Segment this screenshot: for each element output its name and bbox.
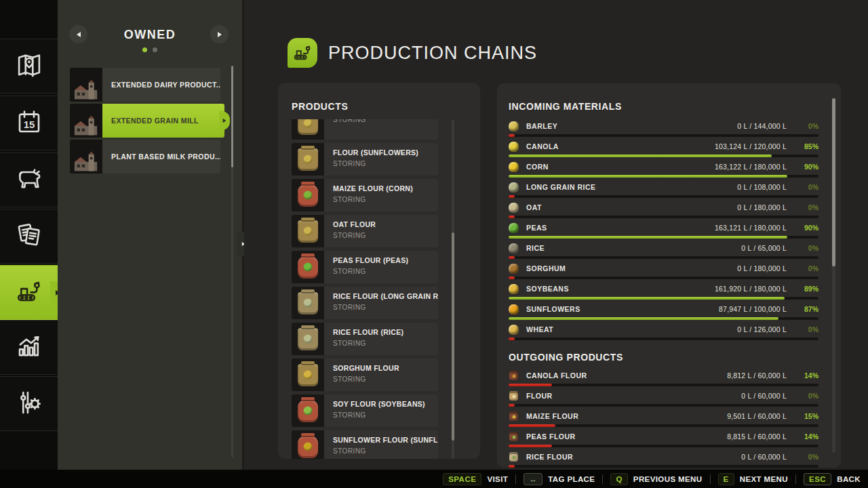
owned-facility-item[interactable]: PLANT BASED MILK PRODU... <box>70 140 220 174</box>
materials-panel-inner: INCOMING MATERIALS BARLEY 0 L / 144,000 … <box>509 83 818 469</box>
product-text: MAIZE FLOUR (CORN) STORING <box>324 179 438 211</box>
material-percent: 0% <box>796 264 818 272</box>
material-percent: 0% <box>796 203 818 211</box>
material-name: PEAS FLOUR <box>526 432 727 441</box>
product-status: STORING <box>333 119 438 123</box>
incoming-material-row: PEAS 163,121 L / 180,000 L 90% <box>509 220 818 240</box>
product-item[interactable]: FLOUR (SUNFLOWERS) STORING <box>292 143 438 176</box>
material-amount: 0 L / 60,000 L <box>741 453 787 461</box>
animals-icon <box>15 165 43 196</box>
product-title: MAIZE FLOUR (CORN) <box>333 184 438 192</box>
product-item[interactable]: OAT FLOUR STORING <box>292 215 438 247</box>
bottom-bar: SPACE VISIT↔ TAG PLACEQ PREVIOUS MENUE N… <box>0 470 868 488</box>
fill-level-bar <box>509 338 818 340</box>
material-name: MAIZE FLOUR <box>526 412 727 420</box>
owned-next-button[interactable] <box>210 25 229 43</box>
sidebar-item-map[interactable] <box>0 39 58 94</box>
sidebar-item-animals[interactable] <box>0 152 58 207</box>
incoming-materials-list: BARLEY 0 L / 144,000 L 0% CANOLA 103,124… <box>509 118 818 342</box>
incoming-material-row: RICE 0 L / 65,000 L 0% <box>509 240 818 260</box>
key-hint-next-menu[interactable]: E NEXT MENU <box>718 473 789 485</box>
incoming-material-row: SORGHUM 0 L / 180,000 L 0% <box>509 260 818 281</box>
product-status: STORING <box>333 375 438 383</box>
product-status: STORING <box>333 196 438 203</box>
owned-scrollbar[interactable] <box>231 66 233 458</box>
product-text: SUNFLOWER FLOUR (SUNFL... STORING <box>324 430 438 459</box>
sorghum-icon <box>509 264 519 274</box>
materials-scrollbar-thumb[interactable] <box>832 98 835 266</box>
facility-label: EXTENDED GRAIN MILL <box>102 104 224 138</box>
material-percent: 0% <box>796 244 818 252</box>
product-text: SOY FLOUR (SOYBEANS) STORING <box>324 394 438 427</box>
incoming-material-row: SUNFLOWERS 87,947 L / 100,000 L 87% <box>509 301 818 321</box>
material-name: SORGHUM <box>526 264 737 272</box>
key-hint-previous-menu[interactable]: Q PREVIOUS MENU <box>610 473 702 485</box>
products-scrollbar-thumb[interactable] <box>452 232 454 441</box>
flour-sack-icon <box>292 179 324 211</box>
hint-separator <box>515 474 516 484</box>
hint-separator <box>795 474 796 484</box>
material-amount: 0 L / 144,000 L <box>737 122 787 130</box>
sidebar: 15 <box>0 0 58 470</box>
sidebar-item-calendar[interactable]: 15 <box>0 96 58 150</box>
page-dot-2 <box>153 47 157 52</box>
chevron-right-icon <box>217 31 222 38</box>
product-item[interactable]: RICE FLOUR (LONG GRAIN R... STORING <box>292 287 438 319</box>
material-percent: 85% <box>796 142 818 150</box>
keycap: Q <box>610 473 627 485</box>
outgoing-product-row: MAIZE FLOUR 9,501 L / 60,000 L 15% <box>509 408 818 428</box>
contracts-icon <box>15 221 43 252</box>
key-hint-visit[interactable]: SPACE VISIT <box>443 473 508 485</box>
fill-level-bar <box>509 445 818 447</box>
fill-level-bar <box>509 317 818 320</box>
material-name: OAT <box>526 203 737 211</box>
outgoing-products-title: OUTGOING PRODUCTS <box>509 352 818 363</box>
keycap: E <box>718 473 734 485</box>
product-item[interactable]: STORING <box>292 119 438 140</box>
product-item[interactable]: PEAS FLOUR (PEAS) STORING <box>292 251 438 283</box>
page-title: PRODUCTION CHAINS <box>328 43 537 64</box>
fill-level-bar <box>509 424 818 427</box>
material-amount: 0 L / 126,000 L <box>737 325 787 333</box>
products-scrollbar[interactable] <box>452 119 454 459</box>
material-amount: 0 L / 180,000 L <box>737 203 787 211</box>
corn-icon <box>509 162 519 172</box>
owned-facility-item[interactable]: EXTENDED DAIRY PRODUCT... <box>70 68 220 102</box>
sunflowers-icon <box>509 304 519 314</box>
fill-level-bar <box>509 277 818 279</box>
product-item[interactable]: SORGHUM FLOUR STORING <box>292 359 438 391</box>
canola-icon <box>509 142 519 152</box>
production-icon <box>15 277 43 308</box>
incoming-material-row: LONG GRAIN RICE 0 L / 108,000 L 0% <box>509 179 818 199</box>
products-list: STORING FLOUR (SUNFLOWERS) STORING MAIZE… <box>292 119 438 459</box>
owned-facility-item[interactable]: EXTENDED GRAIN MILL <box>70 104 224 138</box>
flour-bag-icon <box>292 323 324 355</box>
sidebar-item-contracts[interactable] <box>0 209 58 264</box>
fill-level-bar <box>509 155 818 157</box>
materials-scrollbar[interactable] <box>832 98 835 453</box>
owned-scrollbar-thumb[interactable] <box>231 66 233 167</box>
key-hint-back[interactable]: ESC BACK <box>804 473 861 485</box>
product-item[interactable]: SOY FLOUR (SOYBEANS) STORING <box>292 394 438 427</box>
material-percent: 0% <box>796 453 818 461</box>
material-amount: 8,812 L / 60,000 L <box>727 371 787 380</box>
product-status: STORING <box>333 340 438 347</box>
key-hint-tag-place[interactable]: ↔ TAG PLACE <box>524 473 595 485</box>
material-percent: 0% <box>796 325 818 333</box>
product-item[interactable]: SUNFLOWER FLOUR (SUNFL... STORING <box>292 430 438 459</box>
fill-level-bar <box>509 404 818 407</box>
product-item[interactable]: MAIZE FLOUR (CORN) STORING <box>292 179 438 211</box>
outgoing-product-row: RICE FLOUR 0 L / 60,000 L 0% <box>509 449 818 469</box>
peas-flour-bag-icon <box>509 432 518 441</box>
sidebar-item-settings[interactable] <box>0 376 58 431</box>
material-amount: 0 L / 180,000 L <box>737 264 787 272</box>
keycap: ESC <box>804 473 831 485</box>
material-amount: 8,815 L / 60,000 L <box>727 432 787 441</box>
sidebar-item-production[interactable] <box>0 265 58 320</box>
material-name: RICE FLOUR <box>526 453 741 461</box>
long-grain-rice-icon <box>509 182 519 192</box>
products-panel: PRODUCTS STORING FLOUR (SUNFLOWERS) STOR… <box>278 83 480 459</box>
product-item[interactable]: RICE FLOUR (RICE) STORING <box>292 323 438 355</box>
product-status: STORING <box>333 232 438 239</box>
sidebar-item-statistics[interactable] <box>0 320 58 375</box>
